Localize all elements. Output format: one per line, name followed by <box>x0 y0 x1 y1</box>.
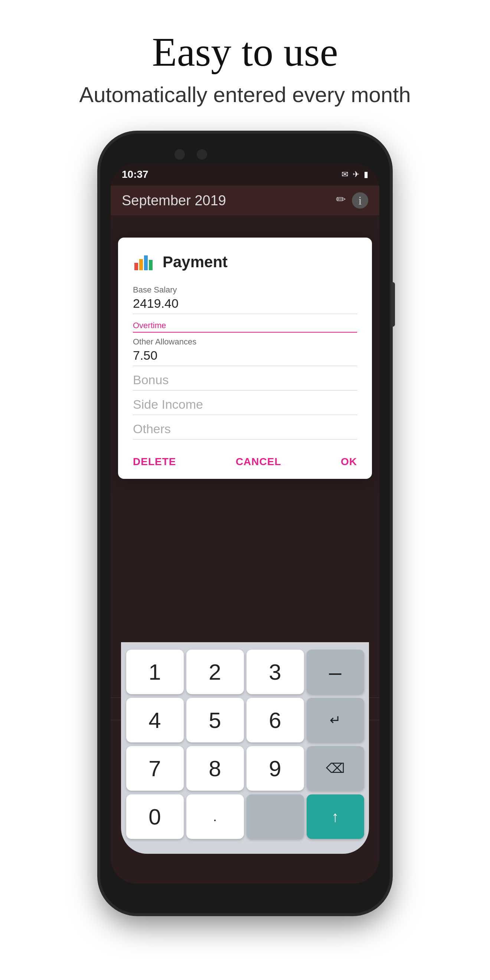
status-icons: ✉ ✈ ▮ <box>342 170 368 179</box>
key-6[interactable]: 6 <box>247 698 304 743</box>
app-header-title: September 2019 <box>122 192 226 208</box>
key-4[interactable]: 4 <box>126 698 184 743</box>
key-minus[interactable]: – <box>307 650 364 694</box>
payment-icon <box>133 251 155 273</box>
app-header-icons: ✏ i <box>336 192 368 208</box>
others-placeholder[interactable]: Others <box>133 422 357 439</box>
dialog-title: Payment <box>162 253 228 271</box>
key-8[interactable]: 8 <box>186 746 244 791</box>
key-9[interactable]: 9 <box>247 746 304 791</box>
battery-icon: ▮ <box>364 170 368 179</box>
hero-subtitle: Automatically entered every month <box>0 82 490 107</box>
overtime-field: Overtime <box>133 321 357 332</box>
status-bar: 10:37 ✉ ✈ ▮ <box>111 163 379 186</box>
base-salary-field: Base Salary 2419.40 <box>133 285 357 314</box>
phone-device: 10:37 ✉ ✈ ▮ September 2019 ✏ i <box>100 134 390 913</box>
hero-section: Easy to use Automatically entered every … <box>0 0 490 122</box>
dialog-actions: DELETE CANCEL OK <box>133 450 357 468</box>
side-income-field: Side Income <box>133 397 357 415</box>
key-1[interactable]: 1 <box>126 650 184 694</box>
keyboard-row-1: 1 2 3 – <box>125 650 365 694</box>
bonus-field: Bonus <box>133 373 357 390</box>
svg-rect-1 <box>139 259 143 270</box>
phone-screen: 10:37 ✉ ✈ ▮ September 2019 ✏ i <box>111 163 379 883</box>
ok-button[interactable]: OK <box>341 456 357 468</box>
base-salary-value[interactable]: 2419.40 <box>133 296 357 314</box>
camera-right-icon <box>197 149 207 160</box>
key-7[interactable]: 7 <box>126 746 184 791</box>
keyboard: 1 2 3 – 4 5 6 ↵ 7 8 9 ⌫ 0 . <box>121 642 369 854</box>
key-3[interactable]: 3 <box>247 650 304 694</box>
bonus-placeholder[interactable]: Bonus <box>133 373 357 390</box>
camera-left-icon <box>175 149 185 160</box>
info-icon[interactable]: i <box>352 192 368 208</box>
key-2[interactable]: 2 <box>186 650 244 694</box>
keyboard-row-2: 4 5 6 ↵ <box>125 698 365 743</box>
mail-icon: ✉ <box>342 170 348 179</box>
other-allowances-field: Other Allowances 7.50 <box>133 337 357 366</box>
svg-rect-2 <box>144 255 148 270</box>
keyboard-row-3: 7 8 9 ⌫ <box>125 746 365 791</box>
airplane-icon: ✈ <box>353 170 360 179</box>
key-0[interactable]: 0 <box>126 794 184 839</box>
key-dot[interactable]: . <box>186 794 244 839</box>
app-header: September 2019 ✏ i <box>111 186 379 215</box>
side-income-placeholder[interactable]: Side Income <box>133 397 357 415</box>
keyboard-row-4: 0 . ↑ <box>125 794 365 839</box>
dialog-header: Payment <box>133 251 357 273</box>
key-backspace[interactable]: ⌫ <box>307 746 364 791</box>
hero-title: Easy to use <box>0 30 490 75</box>
others-field: Others <box>133 422 357 439</box>
edit-icon[interactable]: ✏ <box>336 192 346 208</box>
status-time: 10:37 <box>122 169 148 180</box>
overtime-divider <box>133 332 357 332</box>
cancel-button[interactable]: CANCEL <box>236 456 282 468</box>
overtime-label: Overtime <box>133 321 357 330</box>
key-confirm[interactable]: ↑ <box>307 794 364 839</box>
other-allowances-label: Other Allowances <box>133 337 357 347</box>
key-5[interactable]: 5 <box>186 698 244 743</box>
other-allowances-value[interactable]: 7.50 <box>133 348 357 366</box>
key-enter[interactable]: ↵ <box>307 698 364 743</box>
delete-button[interactable]: DELETE <box>133 456 176 468</box>
payment-dialog: Payment Base Salary 2419.40 Overtime Oth… <box>118 237 372 479</box>
svg-rect-3 <box>149 260 153 270</box>
base-salary-label: Base Salary <box>133 285 357 295</box>
key-empty <box>247 794 304 839</box>
volume-button <box>391 282 395 327</box>
svg-rect-0 <box>134 263 138 270</box>
